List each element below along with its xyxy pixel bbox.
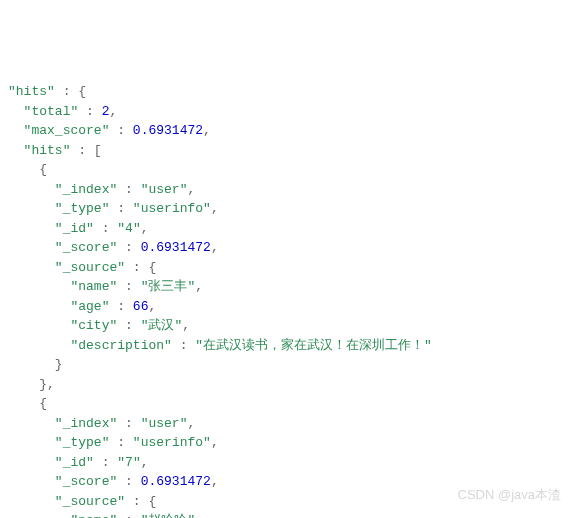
- val-type: "userinfo": [133, 435, 211, 450]
- key-name: "name": [70, 513, 117, 518]
- key-score: "_score": [55, 240, 117, 255]
- key-index: "_index": [55, 416, 117, 431]
- key-description: "description": [70, 338, 171, 353]
- val-description: "在武汉读书，家在武汉！在深圳工作！": [195, 338, 432, 353]
- json-code-block: "hits" : { "total" : 2, "max_score" : 0.…: [8, 82, 565, 518]
- val-score: 0.6931472: [141, 240, 211, 255]
- key-id: "_id": [55, 455, 94, 470]
- val-id: "7": [117, 455, 140, 470]
- key-index: "_index": [55, 182, 117, 197]
- key-inner-hits: "hits": [24, 143, 71, 158]
- val-index: "user": [141, 182, 188, 197]
- key-type: "_type": [55, 201, 110, 216]
- val-age: 66: [133, 299, 149, 314]
- key-score: "_score": [55, 474, 117, 489]
- val-index: "user": [141, 416, 188, 431]
- key-source: "_source": [55, 260, 125, 275]
- val-city: "武汉": [141, 318, 183, 333]
- key-type: "_type": [55, 435, 110, 450]
- key-age: "age": [70, 299, 109, 314]
- val-name: "张三丰": [141, 279, 196, 294]
- val-id: "4": [117, 221, 140, 236]
- val-score: 0.6931472: [141, 474, 211, 489]
- key-city: "city": [70, 318, 117, 333]
- val-name: "赵哈哈": [141, 513, 196, 518]
- val-max-score: 0.6931472: [133, 123, 203, 138]
- key-name: "name": [70, 279, 117, 294]
- key-id: "_id": [55, 221, 94, 236]
- key-source: "_source": [55, 494, 125, 509]
- val-type: "userinfo": [133, 201, 211, 216]
- key-hits: "hits": [8, 84, 55, 99]
- key-max-score: "max_score": [24, 123, 110, 138]
- key-total: "total": [24, 104, 79, 119]
